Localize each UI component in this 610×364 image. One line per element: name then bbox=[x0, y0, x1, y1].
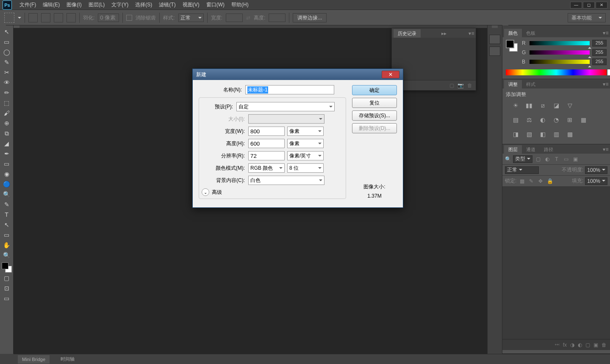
style-select[interactable]: 正常 bbox=[178, 14, 204, 22]
curves-icon[interactable]: ⧄ bbox=[538, 102, 547, 109]
tool-button[interactable]: ✎ bbox=[2, 58, 12, 67]
close-button[interactable]: ✕ bbox=[596, 2, 607, 8]
menu-item[interactable]: 帮助(H) bbox=[228, 1, 252, 8]
fx-icon[interactable]: fx bbox=[563, 342, 567, 348]
tool-button[interactable]: T bbox=[2, 210, 12, 219]
height-unit-select[interactable]: 像素 bbox=[287, 139, 324, 148]
tool-button[interactable]: ⧉ bbox=[2, 129, 12, 138]
menu-item[interactable]: 编辑(E) bbox=[39, 1, 63, 8]
add-selection-icon[interactable] bbox=[41, 13, 50, 22]
reset-button[interactable]: 复位 bbox=[352, 98, 397, 108]
posterize-icon[interactable]: ▧ bbox=[524, 130, 534, 138]
lock-all-icon[interactable]: 🔒 bbox=[546, 177, 554, 185]
panel-menu-icon[interactable]: ▾≡ bbox=[467, 29, 476, 38]
new-layer-icon[interactable]: ▣ bbox=[593, 342, 598, 348]
new-doc-icon[interactable]: ▢ bbox=[449, 83, 454, 88]
group-icon[interactable]: ▢ bbox=[585, 342, 590, 348]
tab-paths[interactable]: 路径 bbox=[540, 145, 557, 154]
tool-button[interactable]: 🖌 bbox=[2, 108, 12, 118]
balance-icon[interactable]: ⚖ bbox=[524, 116, 534, 124]
bw-icon[interactable]: ◐ bbox=[538, 116, 547, 124]
tool-button[interactable]: ◉ bbox=[2, 169, 12, 179]
filter-type-icon[interactable]: T bbox=[553, 155, 560, 163]
dock-button-1[interactable] bbox=[489, 35, 500, 44]
name-input[interactable]: 未标题-1 bbox=[245, 85, 334, 94]
tool-button[interactable]: ◯ bbox=[2, 47, 12, 57]
expand-tab[interactable] bbox=[14, 25, 19, 28]
adjustment-layer-icon[interactable]: ◐ bbox=[578, 342, 582, 348]
width-input[interactable] bbox=[248, 127, 285, 136]
lock-position-icon[interactable]: ✎ bbox=[527, 177, 535, 185]
expand-tab[interactable] bbox=[502, 23, 508, 25]
mask-icon[interactable]: ◑ bbox=[570, 342, 574, 348]
tab-color[interactable]: 颜色 bbox=[504, 29, 522, 37]
menu-item[interactable]: 文字(Y) bbox=[108, 1, 132, 8]
invert-icon[interactable]: ◨ bbox=[511, 130, 520, 138]
blend-mode-select[interactable]: 正常 bbox=[505, 166, 539, 174]
tab-adjustments[interactable]: 调整 bbox=[504, 80, 522, 88]
height-input[interactable] bbox=[248, 139, 285, 148]
filter-pixel-icon[interactable]: ▢ bbox=[534, 155, 542, 163]
tab-layers[interactable]: 图层 bbox=[504, 145, 522, 154]
depth-select[interactable]: 8 位 bbox=[287, 163, 324, 173]
menu-item[interactable]: 窗口(W) bbox=[203, 1, 228, 8]
expand-tab[interactable] bbox=[0, 23, 6, 25]
bg-select[interactable]: 白色 bbox=[248, 176, 324, 185]
mixer-icon[interactable]: ⊞ bbox=[565, 116, 574, 124]
r-slider[interactable] bbox=[530, 41, 590, 45]
resolution-unit-select[interactable]: 像素/英寸 bbox=[287, 151, 324, 160]
tool-button[interactable]: ▭ bbox=[2, 37, 12, 47]
filter-type-select[interactable]: 类型 bbox=[513, 155, 532, 163]
intersect-selection-icon[interactable] bbox=[67, 13, 76, 22]
r-value[interactable]: 255 bbox=[592, 40, 607, 47]
minimize-button[interactable]: — bbox=[570, 2, 582, 8]
levels-icon[interactable]: ▮▮ bbox=[524, 102, 534, 109]
new-selection-icon[interactable] bbox=[28, 13, 38, 22]
resolution-input[interactable] bbox=[248, 151, 285, 160]
tool-button[interactable]: ◢ bbox=[2, 139, 12, 148]
g-slider[interactable] bbox=[530, 50, 590, 55]
save-preset-button[interactable]: 存储预设(S)... bbox=[352, 110, 397, 121]
snapshot-icon[interactable]: 📷 bbox=[458, 83, 464, 88]
ok-button[interactable]: 确定 bbox=[352, 85, 397, 95]
tool-button[interactable]: ↖ bbox=[2, 27, 12, 36]
width-unit-select[interactable]: 像素 bbox=[287, 127, 324, 136]
refine-edge-button[interactable]: 调整边缘... bbox=[293, 13, 327, 22]
b-slider[interactable] bbox=[530, 60, 590, 64]
lock-pixels-icon[interactable]: ▦ bbox=[518, 177, 526, 185]
preset-select[interactable]: 自定 bbox=[236, 102, 335, 111]
tool-button[interactable]: 👁 bbox=[2, 78, 12, 87]
tool-button[interactable]: ⬚ bbox=[2, 98, 12, 108]
marquee-tool-icon[interactable] bbox=[4, 13, 14, 23]
tool-button[interactable]: ✒ bbox=[2, 149, 12, 158]
color-swatch[interactable] bbox=[2, 262, 12, 273]
mode-select[interactable]: RGB 颜色 bbox=[248, 163, 285, 173]
workspace-select[interactable]: 基本功能 bbox=[568, 13, 606, 22]
panel-menu-icon[interactable]: ▾≡ bbox=[602, 29, 610, 37]
fill-input[interactable]: 100% bbox=[585, 177, 607, 185]
menu-item[interactable]: 图像(I) bbox=[63, 1, 85, 8]
filter-shape-icon[interactable]: ▭ bbox=[562, 155, 570, 163]
tab-history[interactable]: 历史记录 bbox=[394, 29, 421, 38]
tool-button[interactable]: ✋ bbox=[2, 240, 12, 250]
panel-menu-icon[interactable]: ▾≡ bbox=[602, 80, 610, 88]
hue-icon[interactable]: ▤ bbox=[511, 116, 520, 124]
tool-button[interactable]: ✂ bbox=[2, 68, 12, 77]
selective-color-icon[interactable]: ▩ bbox=[565, 130, 574, 138]
trash-icon[interactable]: 🗑 bbox=[467, 83, 472, 88]
brightness-icon[interactable]: ☀ bbox=[511, 102, 520, 109]
mode-button[interactable]: ⊡ bbox=[2, 284, 12, 293]
tool-button[interactable]: ✏ bbox=[2, 88, 12, 97]
tab-channels[interactable]: 通道 bbox=[522, 145, 540, 154]
lock-move-icon[interactable]: ✥ bbox=[537, 177, 544, 185]
g-value[interactable]: 255 bbox=[592, 49, 607, 56]
link-icon[interactable]: ⬹ bbox=[555, 342, 560, 348]
tool-button[interactable]: 🔍 bbox=[2, 251, 12, 260]
lookup-icon[interactable]: ▦ bbox=[579, 116, 588, 124]
gradient-map-icon[interactable]: ▥ bbox=[552, 130, 561, 138]
menu-item[interactable]: 文件(F) bbox=[16, 1, 39, 8]
maximize-button[interactable]: ◻ bbox=[583, 2, 595, 8]
tool-button[interactable]: ▭ bbox=[2, 159, 12, 168]
expand-tab[interactable] bbox=[492, 25, 498, 28]
menu-item[interactable]: 图层(L) bbox=[85, 1, 108, 8]
